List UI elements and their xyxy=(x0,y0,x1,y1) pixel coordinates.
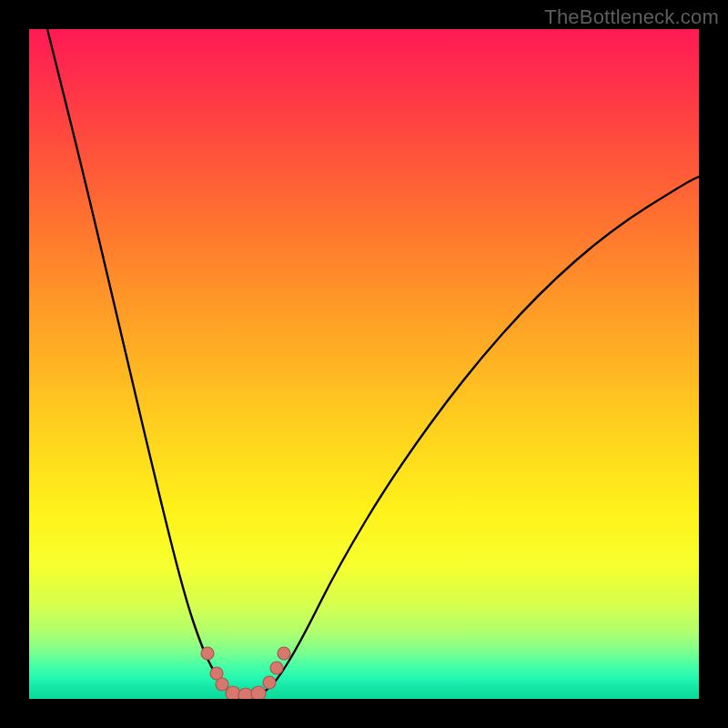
curve-marker xyxy=(216,678,228,691)
attribution-label: TheBottleneck.com xyxy=(544,5,719,29)
curve-marker xyxy=(251,686,266,699)
curve-marker xyxy=(278,647,290,660)
curve-marker xyxy=(263,676,276,689)
curve-marker xyxy=(226,686,240,699)
curve-markers xyxy=(201,647,290,699)
curve-marker xyxy=(270,662,283,674)
curve-marker xyxy=(201,647,214,660)
bottleneck-curve xyxy=(47,29,699,696)
bottleneck-chart xyxy=(29,29,699,699)
plot-area xyxy=(29,29,699,699)
outer-frame: TheBottleneck.com xyxy=(0,0,728,728)
